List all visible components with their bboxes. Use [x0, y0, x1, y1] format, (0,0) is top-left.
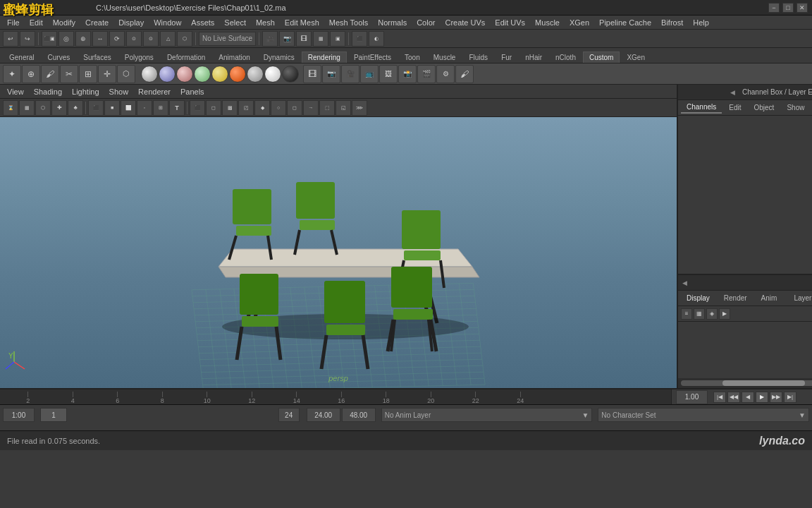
anim-layer-button[interactable]: No Anim Layer ▼: [381, 408, 593, 422]
vp-tb-snap3[interactable]: ▩: [222, 100, 238, 116]
shelf-icon-move[interactable]: ✛: [98, 65, 116, 83]
vp-tb-extra[interactable]: →: [303, 100, 319, 116]
layer-tb-4[interactable]: ▶: [719, 308, 730, 320]
menu-display[interactable]: Display: [114, 18, 148, 28]
btn-prev-key[interactable]: ◀◀: [727, 392, 740, 403]
tb-btn-4[interactable]: ◎: [59, 31, 74, 47]
menu-assets[interactable]: Assets: [187, 18, 219, 28]
shelf-tab-curves[interactable]: Curves: [42, 52, 77, 63]
layer-tb-2[interactable]: ▦: [694, 308, 705, 320]
tb-btn-snap2[interactable]: ⊙: [143, 31, 159, 47]
vp-tb-move[interactable]: ✚: [51, 100, 67, 116]
shelf-icon-paint[interactable]: 🖌: [41, 65, 59, 83]
btn-step-fwd[interactable]: ▶▶: [770, 392, 782, 403]
shelf-icon-sphere-dark[interactable]: [282, 66, 299, 83]
shelf-tab-animation[interactable]: Animation: [212, 52, 256, 63]
vp-tb-extra3[interactable]: ◱: [336, 100, 351, 116]
shelf-icon-cam2[interactable]: 🎥: [341, 65, 359, 83]
vp-tb-snap4[interactable]: ◰: [238, 100, 254, 116]
range-start-field[interactable]: 24.00: [307, 408, 340, 422]
menu-edit-uvs[interactable]: Edit UVs: [491, 18, 529, 28]
menu-pipeline-cache[interactable]: Pipeline Cache: [595, 18, 656, 28]
shelf-icon-sphere2[interactable]: [159, 66, 176, 83]
btn-step-back[interactable]: ◀: [742, 392, 754, 403]
tb-btn-c[interactable]: ⬛: [352, 31, 367, 47]
shelf-icon-sphere5[interactable]: [211, 66, 228, 83]
layer-tab-display[interactable]: Display: [681, 293, 715, 303]
char-set-button[interactable]: No Character Set ▼: [598, 408, 809, 422]
shelf-tab-general[interactable]: General: [3, 52, 41, 63]
vp-tb-T[interactable]: T: [169, 100, 185, 116]
scrollbar-thumb[interactable]: [722, 380, 805, 386]
shelf-icon-select[interactable]: ✦: [3, 65, 21, 83]
close-button[interactable]: ✕: [796, 3, 808, 13]
layer-scrollbar[interactable]: [678, 378, 812, 388]
menu-bifrost[interactable]: Bifrost: [657, 18, 687, 28]
vp-tb-paint[interactable]: ♣: [68, 100, 83, 116]
shelf-icon-cam6[interactable]: 🎬: [417, 65, 436, 83]
shelf-tab-fur[interactable]: Fur: [495, 52, 518, 63]
ch-tab-channels[interactable]: Channels: [681, 102, 722, 114]
menu-xgen[interactable]: XGen: [565, 18, 593, 28]
menu-modify[interactable]: Modify: [49, 18, 80, 28]
menu-help[interactable]: Help: [689, 18, 713, 28]
shelf-icon-geo[interactable]: ⬡: [117, 65, 135, 83]
vp-tb-uv[interactable]: ⊞: [153, 100, 168, 116]
tb-btn-6[interactable]: ↔: [92, 31, 108, 47]
shelf-tab-custom[interactable]: Custom: [583, 52, 620, 63]
shelf-icon-sphere4[interactable]: [194, 66, 211, 83]
layer-tb-1[interactable]: ≡: [681, 308, 692, 320]
shelf-icon-cam1[interactable]: 📷: [322, 65, 340, 83]
tb-btn-2[interactable]: ↪: [20, 31, 35, 47]
vp-tb-obj[interactable]: ⬛: [88, 100, 104, 116]
vp-tb-face[interactable]: ■: [104, 100, 120, 116]
tb-btn-snap[interactable]: ⊙: [126, 31, 142, 47]
shelf-icon-lasso[interactable]: ⊕: [22, 65, 40, 83]
menu-normals[interactable]: Normals: [374, 18, 411, 28]
window-controls[interactable]: − □ ✕: [768, 3, 808, 13]
shelf-icon-cut[interactable]: ✂: [60, 65, 78, 83]
layer-tb-3[interactable]: ◈: [706, 308, 718, 320]
shelf-icon-cam4[interactable]: 🖼: [379, 65, 398, 83]
vp-menu-show[interactable]: Show: [105, 87, 133, 97]
layer-tab-anim[interactable]: Anim: [756, 293, 783, 303]
ch-arrow-left[interactable]: ◀: [730, 89, 735, 96]
menu-muscle[interactable]: Muscle: [531, 18, 564, 28]
vp-tb-rivet[interactable]: ◆: [254, 100, 270, 116]
ch-tab-edit[interactable]: Edit: [723, 102, 746, 113]
shelf-tab-nhair[interactable]: nHair: [519, 52, 548, 63]
shelf-icon-extrude[interactable]: ⊞: [79, 65, 97, 83]
menu-mesh-tools[interactable]: Mesh Tools: [325, 18, 372, 28]
vp-tb-dyn2[interactable]: ◻: [287, 100, 302, 116]
tb-btn-5[interactable]: ⊕: [75, 31, 91, 47]
shelf-icon-sphere1[interactable]: [141, 66, 158, 83]
shelf-tab-rendering[interactable]: Rendering: [302, 52, 347, 63]
menu-select[interactable]: Select: [220, 18, 250, 28]
frame-number-input[interactable]: [40, 408, 67, 422]
menu-edit[interactable]: Edit: [25, 18, 47, 28]
shelf-icon-cam3[interactable]: 📺: [360, 65, 379, 83]
shelf-icon-sphere-checker[interactable]: [247, 66, 264, 83]
vp-tb-extra4[interactable]: ⋙: [352, 100, 367, 116]
vp-tb-dyn[interactable]: ○: [271, 100, 286, 116]
end-frame-field[interactable]: 24: [278, 408, 300, 422]
range-end-field[interactable]: 48.00: [342, 408, 376, 422]
tb-render2-btn[interactable]: 📷: [279, 31, 295, 47]
vp-tb-extra2[interactable]: ⬚: [319, 100, 335, 116]
menu-mesh[interactable]: Mesh: [252, 18, 279, 28]
start-frame-field[interactable]: 1:00: [3, 408, 35, 422]
vp-menu-view[interactable]: View: [3, 87, 28, 97]
shelf-tab-ncloth[interactable]: nCloth: [549, 52, 582, 63]
menu-file[interactable]: File: [3, 18, 24, 28]
menu-window[interactable]: Window: [149, 18, 185, 28]
shelf-tab-dynamics[interactable]: Dynamics: [257, 52, 301, 63]
tb-btn-snap4[interactable]: ⬡: [177, 31, 192, 47]
tb-btn-3[interactable]: ⬛▣: [42, 31, 57, 47]
menu-edit-mesh[interactable]: Edit Mesh: [281, 18, 324, 28]
shelf-tab-surfaces[interactable]: Surfaces: [77, 52, 117, 63]
tb-btn-7[interactable]: ⟳: [109, 31, 125, 47]
shelf-icon-brush[interactable]: 🖌: [455, 65, 474, 83]
vp-menu-renderer[interactable]: Renderer: [134, 87, 175, 97]
btn-play[interactable]: ▶: [756, 392, 768, 403]
ch-tab-show[interactable]: Show: [781, 102, 810, 113]
